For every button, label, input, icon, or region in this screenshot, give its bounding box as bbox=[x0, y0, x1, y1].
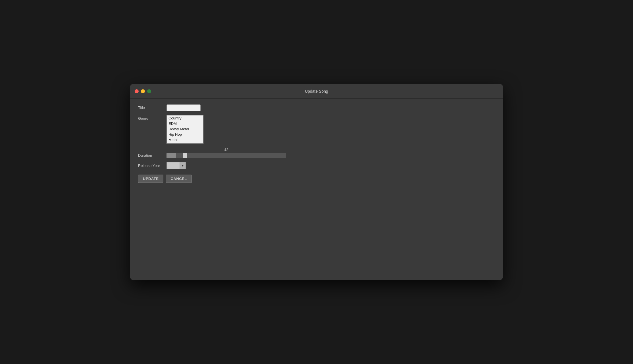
duration-slider[interactable] bbox=[167, 153, 286, 158]
year-input[interactable] bbox=[167, 162, 180, 169]
genre-listbox[interactable]: CountryEDMHeavy MetalHip HopMetal bbox=[167, 115, 204, 144]
title-label: Title bbox=[138, 104, 167, 110]
cancel-button[interactable]: CANCEL bbox=[166, 175, 192, 183]
duration-label: Duration bbox=[138, 148, 167, 158]
window-controls bbox=[135, 89, 151, 93]
buttons-row: UPDATE CANCEL bbox=[138, 175, 495, 183]
genre-item[interactable]: Heavy Metal bbox=[167, 126, 203, 132]
title-input[interactable] bbox=[167, 104, 201, 111]
year-select-wrapper: ▼ bbox=[167, 162, 186, 169]
window-title: Update Song bbox=[305, 89, 328, 94]
close-button[interactable] bbox=[135, 89, 139, 93]
duration-row: Duration 42 bbox=[138, 148, 495, 158]
minimize-button[interactable] bbox=[141, 89, 145, 93]
duration-controls: 42 bbox=[167, 148, 286, 158]
release-year-row: Release Year ▼ bbox=[138, 162, 495, 169]
year-dropdown-button[interactable]: ▼ bbox=[180, 162, 186, 169]
update-button[interactable]: UPDATE bbox=[138, 175, 163, 183]
genre-item[interactable]: Metal bbox=[167, 137, 203, 142]
maximize-button[interactable] bbox=[147, 89, 151, 93]
genre-item[interactable]: Hip Hop bbox=[167, 132, 203, 137]
genre-row: Genre CountryEDMHeavy MetalHip HopMetal bbox=[138, 115, 495, 144]
update-song-window: Update Song Title Genre CountryEDMHeavy … bbox=[130, 84, 503, 280]
title-bar: Update Song bbox=[130, 84, 503, 99]
genre-label: Genre bbox=[138, 115, 167, 121]
release-year-label: Release Year bbox=[138, 164, 167, 168]
title-row: Title bbox=[138, 104, 495, 111]
duration-value: 42 bbox=[167, 148, 286, 152]
genre-item[interactable]: Country bbox=[167, 115, 203, 121]
window-content: Title Genre CountryEDMHeavy MetalHip Hop… bbox=[130, 99, 503, 280]
genre-item[interactable]: EDM bbox=[167, 121, 203, 126]
